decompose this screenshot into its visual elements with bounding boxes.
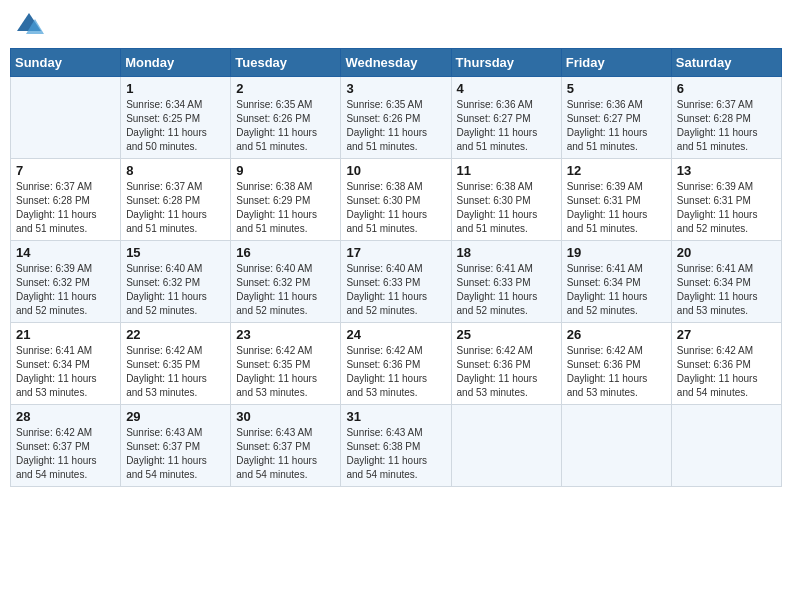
day-info: Sunrise: 6:41 AMSunset: 6:34 PMDaylight:…: [677, 262, 776, 318]
header-saturday: Saturday: [671, 49, 781, 77]
day-info: Sunrise: 6:43 AMSunset: 6:37 PMDaylight:…: [236, 426, 335, 482]
calendar-cell: [671, 405, 781, 487]
calendar-cell: 26Sunrise: 6:42 AMSunset: 6:36 PMDayligh…: [561, 323, 671, 405]
day-number: 24: [346, 327, 445, 342]
day-number: 3: [346, 81, 445, 96]
day-info: Sunrise: 6:36 AMSunset: 6:27 PMDaylight:…: [567, 98, 666, 154]
day-info: Sunrise: 6:36 AMSunset: 6:27 PMDaylight:…: [457, 98, 556, 154]
day-number: 9: [236, 163, 335, 178]
calendar-table: SundayMondayTuesdayWednesdayThursdayFrid…: [10, 48, 782, 487]
day-number: 13: [677, 163, 776, 178]
header-wednesday: Wednesday: [341, 49, 451, 77]
day-number: 20: [677, 245, 776, 260]
page-header: [10, 10, 782, 40]
day-number: 2: [236, 81, 335, 96]
header-friday: Friday: [561, 49, 671, 77]
day-info: Sunrise: 6:42 AMSunset: 6:36 PMDaylight:…: [677, 344, 776, 400]
day-number: 10: [346, 163, 445, 178]
day-number: 16: [236, 245, 335, 260]
day-number: 8: [126, 163, 225, 178]
logo-icon: [14, 10, 44, 40]
calendar-cell: [451, 405, 561, 487]
calendar-cell: 17Sunrise: 6:40 AMSunset: 6:33 PMDayligh…: [341, 241, 451, 323]
week-row-4: 21Sunrise: 6:41 AMSunset: 6:34 PMDayligh…: [11, 323, 782, 405]
day-info: Sunrise: 6:39 AMSunset: 6:32 PMDaylight:…: [16, 262, 115, 318]
day-info: Sunrise: 6:43 AMSunset: 6:37 PMDaylight:…: [126, 426, 225, 482]
calendar-cell: 9Sunrise: 6:38 AMSunset: 6:29 PMDaylight…: [231, 159, 341, 241]
calendar-cell: 15Sunrise: 6:40 AMSunset: 6:32 PMDayligh…: [121, 241, 231, 323]
day-number: 31: [346, 409, 445, 424]
calendar-cell: 24Sunrise: 6:42 AMSunset: 6:36 PMDayligh…: [341, 323, 451, 405]
calendar-cell: 11Sunrise: 6:38 AMSunset: 6:30 PMDayligh…: [451, 159, 561, 241]
header-tuesday: Tuesday: [231, 49, 341, 77]
header-thursday: Thursday: [451, 49, 561, 77]
day-info: Sunrise: 6:42 AMSunset: 6:36 PMDaylight:…: [346, 344, 445, 400]
day-number: 26: [567, 327, 666, 342]
calendar-cell: 30Sunrise: 6:43 AMSunset: 6:37 PMDayligh…: [231, 405, 341, 487]
calendar-cell: 8Sunrise: 6:37 AMSunset: 6:28 PMDaylight…: [121, 159, 231, 241]
day-info: Sunrise: 6:34 AMSunset: 6:25 PMDaylight:…: [126, 98, 225, 154]
calendar-cell: 13Sunrise: 6:39 AMSunset: 6:31 PMDayligh…: [671, 159, 781, 241]
day-number: 28: [16, 409, 115, 424]
week-row-3: 14Sunrise: 6:39 AMSunset: 6:32 PMDayligh…: [11, 241, 782, 323]
day-info: Sunrise: 6:37 AMSunset: 6:28 PMDaylight:…: [677, 98, 776, 154]
calendar-cell: 29Sunrise: 6:43 AMSunset: 6:37 PMDayligh…: [121, 405, 231, 487]
day-number: 1: [126, 81, 225, 96]
calendar-cell: 22Sunrise: 6:42 AMSunset: 6:35 PMDayligh…: [121, 323, 231, 405]
day-info: Sunrise: 6:40 AMSunset: 6:33 PMDaylight:…: [346, 262, 445, 318]
day-info: Sunrise: 6:35 AMSunset: 6:26 PMDaylight:…: [236, 98, 335, 154]
calendar-cell: 5Sunrise: 6:36 AMSunset: 6:27 PMDaylight…: [561, 77, 671, 159]
calendar-cell: 12Sunrise: 6:39 AMSunset: 6:31 PMDayligh…: [561, 159, 671, 241]
calendar-cell: 25Sunrise: 6:42 AMSunset: 6:36 PMDayligh…: [451, 323, 561, 405]
day-number: 15: [126, 245, 225, 260]
day-number: 11: [457, 163, 556, 178]
day-info: Sunrise: 6:37 AMSunset: 6:28 PMDaylight:…: [126, 180, 225, 236]
calendar-cell: 3Sunrise: 6:35 AMSunset: 6:26 PMDaylight…: [341, 77, 451, 159]
calendar-cell: 7Sunrise: 6:37 AMSunset: 6:28 PMDaylight…: [11, 159, 121, 241]
day-number: 14: [16, 245, 115, 260]
day-info: Sunrise: 6:42 AMSunset: 6:36 PMDaylight:…: [567, 344, 666, 400]
day-number: 25: [457, 327, 556, 342]
calendar-cell: 6Sunrise: 6:37 AMSunset: 6:28 PMDaylight…: [671, 77, 781, 159]
day-number: 21: [16, 327, 115, 342]
day-number: 18: [457, 245, 556, 260]
day-number: 6: [677, 81, 776, 96]
header-monday: Monday: [121, 49, 231, 77]
calendar-cell: 16Sunrise: 6:40 AMSunset: 6:32 PMDayligh…: [231, 241, 341, 323]
calendar-cell: 14Sunrise: 6:39 AMSunset: 6:32 PMDayligh…: [11, 241, 121, 323]
day-info: Sunrise: 6:42 AMSunset: 6:37 PMDaylight:…: [16, 426, 115, 482]
calendar-cell: 20Sunrise: 6:41 AMSunset: 6:34 PMDayligh…: [671, 241, 781, 323]
calendar-cell: [561, 405, 671, 487]
calendar-header-row: SundayMondayTuesdayWednesdayThursdayFrid…: [11, 49, 782, 77]
day-number: 7: [16, 163, 115, 178]
day-number: 23: [236, 327, 335, 342]
calendar-cell: 27Sunrise: 6:42 AMSunset: 6:36 PMDayligh…: [671, 323, 781, 405]
day-info: Sunrise: 6:40 AMSunset: 6:32 PMDaylight:…: [236, 262, 335, 318]
day-info: Sunrise: 6:38 AMSunset: 6:30 PMDaylight:…: [346, 180, 445, 236]
calendar-cell: 31Sunrise: 6:43 AMSunset: 6:38 PMDayligh…: [341, 405, 451, 487]
calendar-cell: 23Sunrise: 6:42 AMSunset: 6:35 PMDayligh…: [231, 323, 341, 405]
calendar-cell: 1Sunrise: 6:34 AMSunset: 6:25 PMDaylight…: [121, 77, 231, 159]
logo: [14, 10, 48, 40]
calendar-cell: 2Sunrise: 6:35 AMSunset: 6:26 PMDaylight…: [231, 77, 341, 159]
day-info: Sunrise: 6:43 AMSunset: 6:38 PMDaylight:…: [346, 426, 445, 482]
day-number: 4: [457, 81, 556, 96]
day-number: 30: [236, 409, 335, 424]
day-info: Sunrise: 6:42 AMSunset: 6:35 PMDaylight:…: [236, 344, 335, 400]
week-row-1: 1Sunrise: 6:34 AMSunset: 6:25 PMDaylight…: [11, 77, 782, 159]
calendar-cell: [11, 77, 121, 159]
day-number: 29: [126, 409, 225, 424]
day-number: 22: [126, 327, 225, 342]
day-info: Sunrise: 6:41 AMSunset: 6:34 PMDaylight:…: [567, 262, 666, 318]
day-info: Sunrise: 6:39 AMSunset: 6:31 PMDaylight:…: [567, 180, 666, 236]
day-info: Sunrise: 6:41 AMSunset: 6:33 PMDaylight:…: [457, 262, 556, 318]
day-info: Sunrise: 6:39 AMSunset: 6:31 PMDaylight:…: [677, 180, 776, 236]
day-info: Sunrise: 6:37 AMSunset: 6:28 PMDaylight:…: [16, 180, 115, 236]
calendar-cell: 19Sunrise: 6:41 AMSunset: 6:34 PMDayligh…: [561, 241, 671, 323]
day-number: 12: [567, 163, 666, 178]
day-info: Sunrise: 6:38 AMSunset: 6:30 PMDaylight:…: [457, 180, 556, 236]
day-info: Sunrise: 6:40 AMSunset: 6:32 PMDaylight:…: [126, 262, 225, 318]
day-number: 17: [346, 245, 445, 260]
calendar-cell: 28Sunrise: 6:42 AMSunset: 6:37 PMDayligh…: [11, 405, 121, 487]
week-row-2: 7Sunrise: 6:37 AMSunset: 6:28 PMDaylight…: [11, 159, 782, 241]
